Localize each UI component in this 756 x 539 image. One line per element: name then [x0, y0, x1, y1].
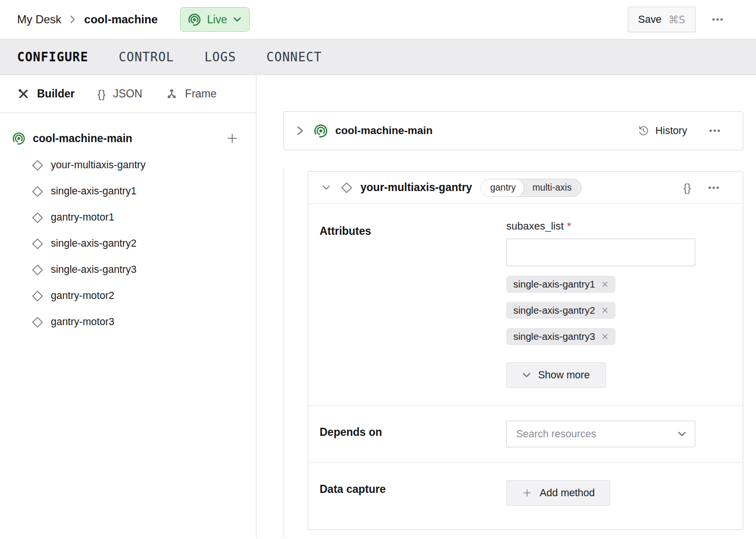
collapse-resource-chevron-icon[interactable]: [321, 184, 331, 191]
breadcrumb-current: cool-machine: [84, 13, 158, 26]
tab-connect[interactable]: CONNECT: [266, 50, 322, 64]
chip-single-axis-gantry2: single-axis-gantry2: [506, 302, 615, 319]
tree-item-label: single-axis-gantry1: [51, 185, 136, 197]
depends-on-section: Depends on Search resources: [308, 406, 743, 463]
tab-configure[interactable]: CONFIGURE: [17, 50, 88, 64]
history-button[interactable]: History: [637, 125, 687, 137]
add-method-label: Add method: [540, 487, 595, 499]
diamond-icon: [31, 238, 44, 250]
plus-icon: [522, 488, 532, 498]
tree-item-gantry-motor1[interactable]: gantry-motor1: [0, 204, 256, 231]
tree-item-label: gantry-motor3: [51, 316, 114, 328]
history-icon: [637, 125, 649, 137]
tree-root-cool-machine-main[interactable]: cool-machine-main: [0, 126, 256, 150]
broadcast-icon: [314, 124, 328, 138]
ellipsis-icon: [707, 182, 720, 193]
view-tab-builder[interactable]: Builder: [17, 87, 75, 100]
save-shortcut: ⌘S: [669, 14, 685, 26]
depends-on-select[interactable]: Search resources: [506, 421, 695, 447]
tree-item-label: single-axis-gantry2: [51, 238, 136, 250]
broadcast-icon: [12, 132, 25, 145]
depends-on-heading: Depends on: [320, 426, 506, 439]
close-icon: [602, 307, 608, 314]
data-capture-section: Data capture Add method: [308, 463, 743, 530]
chip-label: single-axis-gantry1: [513, 279, 595, 290]
resource-card-your-multiaxis-gantry: your-multiaxis-gantry gantry multi-axis …: [308, 171, 743, 530]
add-method-button[interactable]: Add method: [506, 480, 610, 506]
expand-part-chevron-icon[interactable]: [295, 125, 304, 137]
tree-item-single-axis-gantry1[interactable]: single-axis-gantry1: [0, 178, 256, 204]
tree-item-single-axis-gantry2[interactable]: single-axis-gantry2: [0, 231, 256, 257]
view-tab-frame[interactable]: Frame: [165, 87, 217, 100]
add-resource-button[interactable]: [226, 132, 239, 145]
show-more-label: Show more: [538, 369, 590, 381]
attributes-heading: Attributes: [320, 225, 506, 238]
tree-item-your-multiaxis-gantry[interactable]: your-multiaxis-gantry: [0, 152, 256, 178]
diamond-icon: [31, 159, 44, 172]
tree-item-label: your-multiaxis-gantry: [51, 159, 146, 171]
view-tab-json[interactable]: {} JSON: [97, 87, 142, 101]
resource-sidebar: Builder {} JSON Frame: [0, 75, 256, 538]
breadcrumb: My Desk cool-machine: [17, 13, 158, 26]
tools-icon: [17, 87, 30, 100]
frame-axes-icon: [165, 87, 178, 100]
chip-single-axis-gantry1: single-axis-gantry1: [506, 276, 615, 293]
diamond-icon: [31, 264, 44, 276]
save-label: Save: [638, 14, 662, 26]
chevron-down-icon: [233, 17, 241, 22]
tree-item-gantry-motor3[interactable]: gantry-motor3: [0, 309, 256, 335]
app-header: My Desk cool-machine Live Save ⌘S: [0, 0, 756, 39]
resource-type-tag: gantry multi-axis: [481, 179, 582, 197]
depends-on-placeholder: Search resources: [516, 428, 678, 440]
remove-chip-button[interactable]: [601, 306, 609, 315]
ellipsis-icon: [708, 125, 721, 136]
data-capture-heading: Data capture: [320, 483, 506, 496]
view-tab-label: Frame: [185, 87, 217, 100]
config-view-switcher: Builder {} JSON Frame: [0, 75, 256, 113]
tree-item-label: gantry-motor2: [51, 290, 114, 302]
subaxes-list-input[interactable]: [506, 239, 695, 266]
plus-icon: [226, 132, 239, 145]
tab-logs[interactable]: LOGS: [204, 50, 236, 64]
tree-item-single-axis-gantry3[interactable]: single-axis-gantry3: [0, 257, 256, 283]
edit-json-button[interactable]: {}: [683, 181, 691, 194]
braces-icon: {}: [97, 87, 106, 101]
chip-label: single-axis-gantry3: [513, 331, 595, 342]
chevron-down-icon: [678, 431, 686, 437]
remove-chip-button[interactable]: [601, 332, 609, 341]
diamond-icon: [31, 185, 44, 198]
required-asterisk: *: [567, 220, 571, 232]
close-icon: [602, 281, 608, 288]
part-title: cool-machine-main: [335, 125, 433, 137]
diamond-icon: [340, 181, 353, 194]
tag-model: multi-axis: [524, 179, 581, 196]
attributes-section: Attributes subaxes_list* single-axis-gan…: [308, 204, 743, 406]
header-overflow-menu-button[interactable]: [709, 11, 727, 28]
history-label: History: [655, 125, 687, 137]
ellipsis-icon: [710, 14, 725, 25]
tree-item-label: gantry-motor1: [51, 212, 114, 223]
breadcrumb-parent-link[interactable]: My Desk: [17, 13, 61, 26]
tree-root-label: cool-machine-main: [33, 132, 132, 145]
remove-chip-button[interactable]: [601, 280, 609, 289]
broadcast-icon: [188, 13, 201, 26]
resource-overflow-menu-button[interactable]: [707, 182, 720, 193]
chip-label: single-axis-gantry2: [513, 305, 595, 316]
show-more-button[interactable]: Show more: [506, 362, 606, 388]
close-icon: [602, 333, 608, 340]
part-overflow-menu-button[interactable]: [708, 125, 721, 136]
view-tab-label: Builder: [37, 87, 75, 100]
machine-tabbar: CONFIGURE CONTROL LOGS CONNECT: [0, 39, 756, 75]
tree-item-gantry-motor2[interactable]: gantry-motor2: [0, 283, 256, 309]
diamond-icon: [31, 316, 44, 328]
resource-title: your-multiaxis-gantry: [360, 181, 472, 194]
part-card-cool-machine-main: cool-machine-main History: [284, 111, 743, 150]
config-main-panel: cool-machine-main History your-mult: [256, 75, 756, 538]
chip-single-axis-gantry3: single-axis-gantry3: [506, 328, 615, 345]
live-status-dropdown[interactable]: Live: [180, 7, 250, 32]
resource-tree: your-multiaxis-gantry single-axis-gantry…: [0, 150, 256, 335]
tab-control[interactable]: CONTROL: [119, 50, 174, 64]
diamond-icon: [31, 290, 44, 302]
part-children-rail: [284, 168, 284, 538]
save-button[interactable]: Save ⌘S: [628, 7, 696, 32]
